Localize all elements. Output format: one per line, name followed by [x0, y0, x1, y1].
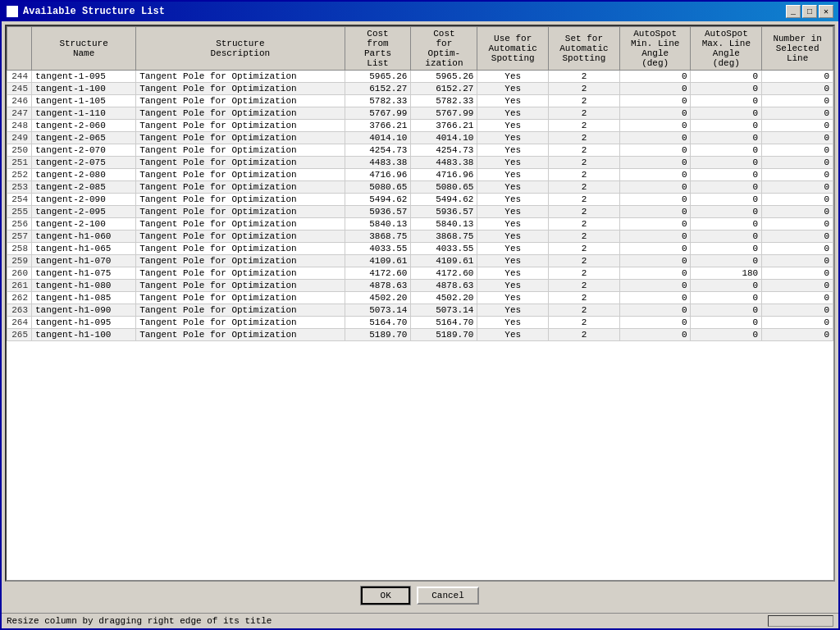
table-row[interactable]: 264tangent-h1-095Tangent Pole for Optimi… [7, 317, 833, 329]
cell-0-6: 2 [549, 71, 620, 83]
cell-16-9: 0 [762, 267, 833, 280]
cell-20-0: 264 [7, 317, 32, 329]
cell-16-8: 180 [691, 267, 762, 280]
cell-18-6: 2 [549, 292, 620, 304]
table-container[interactable]: StructureName StructureDescription Costf… [5, 25, 835, 582]
col-header-description: StructureDescription [136, 27, 345, 71]
cell-12-0: 256 [7, 218, 32, 231]
cell-13-6: 2 [549, 231, 620, 243]
cell-10-2: Tangent Pole for Optimization [136, 194, 345, 206]
cell-6-4: 4254.73 [411, 144, 477, 157]
cell-2-1: tangent-1-105 [32, 95, 136, 107]
cell-8-9: 0 [762, 169, 833, 181]
table-row[interactable]: 263tangent-h1-090Tangent Pole for Optimi… [7, 304, 833, 317]
cell-13-8: 0 [691, 231, 762, 243]
maximize-button[interactable]: □ [802, 5, 817, 18]
table-row[interactable]: 253tangent-2-085Tangent Pole for Optimiz… [7, 181, 833, 194]
cell-19-5: Yes [477, 304, 549, 317]
cell-2-7: 0 [619, 95, 691, 107]
cell-2-8: 0 [691, 95, 762, 107]
table-body: 244tangent-1-095Tangent Pole for Optimiz… [7, 71, 833, 341]
table-row[interactable]: 254tangent-2-090Tangent Pole for Optimiz… [7, 194, 833, 206]
table-row[interactable]: 245tangent-1-100Tangent Pole for Optimiz… [7, 83, 833, 95]
cell-13-2: Tangent Pole for Optimization [136, 231, 345, 243]
table-row[interactable]: 247tangent-1-110Tangent Pole for Optimiz… [7, 107, 833, 120]
cell-1-5: Yes [477, 83, 549, 95]
cell-18-1: tangent-h1-085 [32, 292, 136, 304]
cell-10-8: 0 [691, 194, 762, 206]
table-row[interactable]: 244tangent-1-095Tangent Pole for Optimiz… [7, 71, 833, 83]
cell-7-9: 0 [762, 157, 833, 169]
cell-16-2: Tangent Pole for Optimization [136, 267, 345, 280]
cell-7-0: 251 [7, 157, 32, 169]
cell-18-3: 4502.20 [345, 292, 411, 304]
cell-20-2: Tangent Pole for Optimization [136, 317, 345, 329]
ok-button[interactable]: OK [361, 587, 410, 605]
cell-0-2: Tangent Pole for Optimization [136, 71, 345, 83]
cell-12-6: 2 [549, 218, 620, 231]
table-row[interactable]: 256tangent-2-100Tangent Pole for Optimiz… [7, 218, 833, 231]
cell-19-2: Tangent Pole for Optimization [136, 304, 345, 317]
table-row[interactable]: 255tangent-2-095Tangent Pole for Optimiz… [7, 206, 833, 218]
cell-6-7: 0 [619, 144, 691, 157]
table-row[interactable]: 257tangent-h1-060Tangent Pole for Optimi… [7, 231, 833, 243]
cell-15-7: 0 [619, 255, 691, 267]
cell-17-4: 4878.63 [411, 280, 477, 292]
cell-1-9: 0 [762, 83, 833, 95]
cell-20-3: 5164.70 [345, 317, 411, 329]
table-row[interactable]: 261tangent-h1-080Tangent Pole for Optimi… [7, 280, 833, 292]
table-row[interactable]: 258tangent-h1-065Tangent Pole for Optimi… [7, 243, 833, 255]
col-header-set-auto: Set forAutomaticSpotting [549, 27, 620, 71]
table-row[interactable]: 249tangent-2-065Tangent Pole for Optimiz… [7, 132, 833, 144]
cell-0-0: 244 [7, 71, 32, 83]
cell-5-8: 0 [691, 132, 762, 144]
close-button[interactable]: ✕ [819, 5, 833, 18]
cell-16-5: Yes [477, 267, 549, 280]
cell-0-8: 0 [691, 71, 762, 83]
cell-17-9: 0 [762, 280, 833, 292]
col-header-cost-parts: CostfromPartsList [345, 27, 411, 71]
table-row[interactable]: 246tangent-1-105Tangent Pole for Optimiz… [7, 95, 833, 107]
button-row: OK Cancel [5, 582, 835, 609]
table-row[interactable]: 250tangent-2-070Tangent Pole for Optimiz… [7, 144, 833, 157]
cell-4-2: Tangent Pole for Optimization [136, 120, 345, 132]
cell-9-1: tangent-2-085 [32, 181, 136, 194]
table-row[interactable]: 260tangent-h1-075Tangent Pole for Optimi… [7, 267, 833, 280]
cell-9-0: 253 [7, 181, 32, 194]
table-row[interactable]: 252tangent-2-080Tangent Pole for Optimiz… [7, 169, 833, 181]
cell-8-7: 0 [619, 169, 691, 181]
cell-8-2: Tangent Pole for Optimization [136, 169, 345, 181]
table-row[interactable]: 251tangent-2-075Tangent Pole for Optimiz… [7, 157, 833, 169]
cell-4-9: 0 [762, 120, 833, 132]
cell-6-9: 0 [762, 144, 833, 157]
minimize-button[interactable]: _ [786, 5, 801, 18]
table-row[interactable]: 265tangent-h1-100Tangent Pole for Optimi… [7, 329, 833, 341]
cell-16-4: 4172.60 [411, 267, 477, 280]
cell-18-9: 0 [762, 292, 833, 304]
table-row[interactable]: 248tangent-2-060Tangent Pole for Optimiz… [7, 120, 833, 132]
col-header-cost-optim: CostforOptim-ization [411, 27, 477, 71]
cell-21-4: 5189.70 [411, 329, 477, 341]
cell-10-1: tangent-2-090 [32, 194, 136, 206]
cell-6-6: 2 [549, 144, 620, 157]
cell-10-4: 5494.62 [411, 194, 477, 206]
cell-7-3: 4483.38 [345, 157, 411, 169]
cell-20-4: 5164.70 [411, 317, 477, 329]
cell-21-9: 0 [762, 329, 833, 341]
cell-21-0: 265 [7, 329, 32, 341]
table-row[interactable]: 262tangent-h1-085Tangent Pole for Optimi… [7, 292, 833, 304]
cancel-button[interactable]: Cancel [417, 587, 479, 605]
cell-12-9: 0 [762, 218, 833, 231]
col-header-autospot-min: AutoSpotMin. LineAngle(deg) [619, 27, 691, 71]
cell-18-2: Tangent Pole for Optimization [136, 292, 345, 304]
cell-4-7: 0 [619, 120, 691, 132]
cell-9-2: Tangent Pole for Optimization [136, 181, 345, 194]
cell-14-8: 0 [691, 243, 762, 255]
cell-17-2: Tangent Pole for Optimization [136, 280, 345, 292]
cell-6-2: Tangent Pole for Optimization [136, 144, 345, 157]
status-bar: Resize column by dragging right edge of … [2, 613, 838, 628]
cell-1-8: 0 [691, 83, 762, 95]
table-row[interactable]: 259tangent-h1-070Tangent Pole for Optimi… [7, 255, 833, 267]
table-header: StructureName StructureDescription Costf… [7, 27, 833, 71]
cell-3-3: 5767.99 [345, 107, 411, 120]
